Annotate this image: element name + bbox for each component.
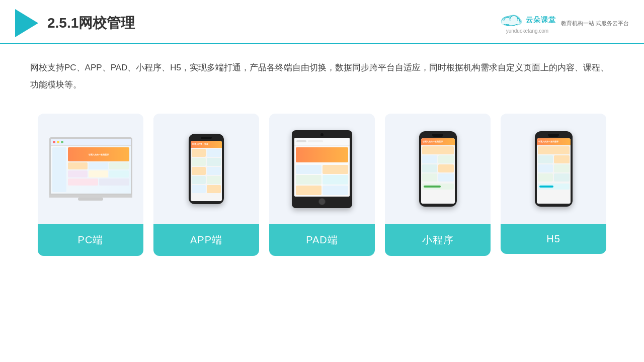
brand-name: 云朵课堂 — [526, 16, 556, 25]
cards-container: 职通人的第一堂刷题课 — [0, 99, 644, 271]
tablet-camera — [320, 133, 324, 136]
card-pc-image: 职通人的第一堂刷题课 — [38, 114, 143, 224]
tablet-home-btn — [318, 198, 326, 205]
logo-icon — [15, 9, 38, 37]
app-phone-mockup: 职通人的第一堂课 — [189, 134, 224, 204]
card-pad-label: PAD端 — [269, 224, 375, 256]
miniapp-phone-mockup: 职通人的第一堂刷题课 — [419, 131, 457, 207]
cloud-icon — [499, 13, 523, 28]
card-pad: PAD端 — [269, 114, 375, 256]
card-miniapp-label: 小程序 — [385, 224, 491, 256]
card-miniapp-image: 职通人的第一堂刷题课 — [385, 114, 491, 224]
header-left: 2.5.1网校管理 — [15, 9, 135, 37]
brand-tagline: 教育机构一站 式服务云平台 — [561, 19, 629, 28]
card-app-label: APP端 — [153, 224, 259, 256]
svg-rect-6 — [502, 21, 519, 24]
pc-monitor-mockup: 职通人的第一堂刷题课 — [47, 137, 135, 201]
card-h5-image: 职通人的第一堂刷题课 — [501, 114, 606, 224]
card-pad-image — [269, 114, 375, 224]
tablet-screen — [294, 138, 350, 197]
card-app-image: 职通人的第一堂课 — [153, 114, 259, 224]
description-text: 网校支持PC、APP、PAD、小程序、H5，实现多端打通，产品各终端自由切换，数… — [0, 44, 644, 99]
phone-notch-2 — [432, 134, 443, 137]
brand-logo: 云朵课堂 yunduoketang.com — [499, 13, 556, 34]
card-h5-label: H5 — [501, 224, 606, 254]
phone-notch-3 — [548, 134, 559, 137]
card-miniapp: 职通人的第一堂刷题课 — [385, 114, 491, 256]
brand-url: yunduoketang.com — [506, 28, 549, 34]
card-h5: 职通人的第一堂刷题课 — [501, 114, 606, 254]
card-pc-label: PC端 — [38, 224, 143, 256]
header: 2.5.1网校管理 云朵课堂 yunduoketang.com — [0, 0, 644, 44]
card-pc: 职通人的第一堂刷题课 — [38, 114, 143, 256]
pad-tablet-mockup — [292, 130, 352, 208]
phone-notch — [201, 137, 212, 139]
phone-screen-2: 职通人的第一堂刷题课 — [421, 138, 455, 204]
brand-icon-area: 云朵课堂 — [499, 13, 556, 28]
phone-screen: 职通人的第一堂课 — [191, 141, 222, 201]
h5-phone-mockup: 职通人的第一堂刷题课 — [535, 131, 573, 207]
header-right: 云朵课堂 yunduoketang.com 教育机构一站 式服务云平台 — [499, 13, 629, 34]
page-title: 2.5.1网校管理 — [47, 14, 135, 33]
phone-screen-3: 职通人的第一堂刷题课 — [537, 138, 571, 204]
card-app: 职通人的第一堂课 — [153, 114, 259, 256]
